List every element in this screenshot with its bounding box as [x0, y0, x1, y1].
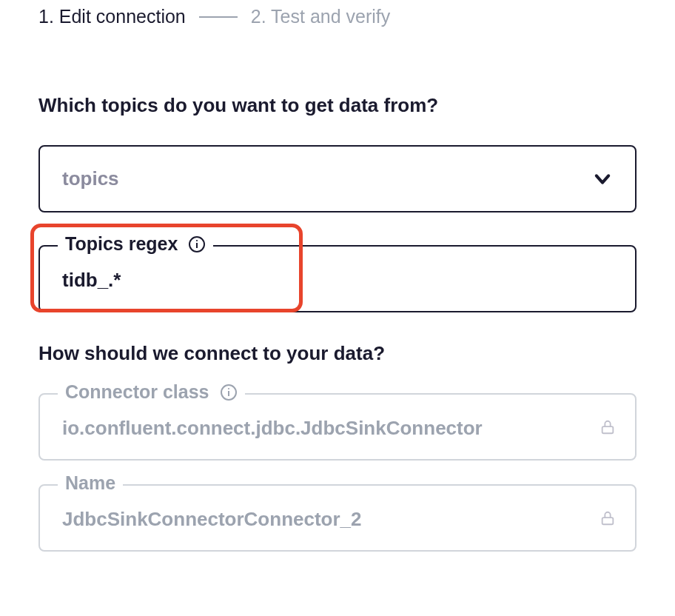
connector-class-label-text: Connector class	[65, 381, 209, 403]
step-test-verify[interactable]: 2. Test and verify	[251, 6, 391, 27]
topics-section-heading: Which topics do you want to get data fro…	[38, 94, 637, 117]
topics-dropdown[interactable]: topics	[38, 145, 637, 212]
topics-dropdown-placeholder: topics	[62, 167, 119, 190]
svg-rect-6	[602, 426, 614, 433]
info-icon[interactable]	[188, 235, 206, 253]
step-divider	[199, 16, 238, 18]
topics-regex-label-text: Topics regex	[65, 233, 178, 255]
connector-class-input	[38, 393, 637, 461]
svg-point-5	[227, 387, 229, 389]
name-input	[38, 484, 637, 552]
connector-class-label: Connector class	[58, 381, 245, 403]
chevron-down-icon	[592, 169, 613, 190]
lock-icon	[600, 510, 616, 526]
name-label-text: Name	[65, 472, 115, 494]
svg-rect-7	[602, 518, 614, 524]
topics-regex-input[interactable]	[38, 245, 637, 312]
lock-icon	[600, 419, 616, 435]
topics-regex-field: Topics regex	[38, 245, 637, 312]
info-icon[interactable]	[220, 384, 238, 401]
step-edit-connection[interactable]: 1. Edit connection	[38, 6, 186, 27]
svg-point-2	[196, 239, 198, 241]
stepper: 1. Edit connection 2. Test and verify	[38, 6, 637, 27]
name-label: Name	[58, 472, 123, 494]
connect-section-heading: How should we connect to your data?	[38, 342, 637, 365]
connector-class-field: Connector class	[38, 393, 637, 461]
topics-regex-label: Topics regex	[58, 233, 213, 255]
name-field: Name	[38, 484, 637, 552]
